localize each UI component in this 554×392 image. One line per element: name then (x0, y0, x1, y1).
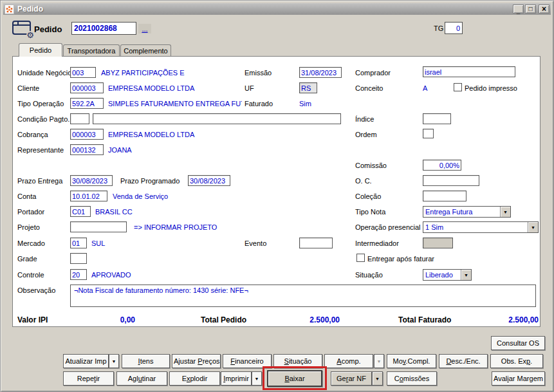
tab-transportadora[interactable]: Transportadora (63, 44, 120, 57)
imprimir-button[interactable]: Imprimir (221, 371, 252, 386)
situacao-dropdown-icon[interactable]: ▼ (461, 270, 471, 280)
representante-label: Representante (17, 145, 64, 155)
controle-desc: APROVADO (91, 270, 131, 280)
unidade-negocio-desc: ABYZ PARTICIPAÇÕES E (101, 68, 185, 78)
tipo-operacao-desc: SIMPLES FATURAMENTO ENTREGA FUTUR (108, 99, 242, 109)
ordem-input[interactable] (423, 129, 434, 138)
cobranca-label: Cobrança (17, 130, 48, 140)
ajustar-precos-button[interactable]: Ajustar Preços (172, 354, 221, 368)
acomp-button[interactable]: Acomp. (324, 354, 373, 368)
situacao-value: Liberado (423, 270, 461, 280)
close-button[interactable]: × (539, 5, 549, 14)
pedido-window: Pedido _ □ × ⚙ Pedido ... TG Pedido Tran… (0, 0, 554, 392)
comissao-input[interactable] (423, 160, 461, 171)
imprimir-dropdown-icon[interactable]: ▼ (252, 371, 262, 386)
minimize-button[interactable]: _ (513, 5, 524, 14)
tab-pedido[interactable]: Pedido (19, 43, 62, 57)
conceito-value: A (423, 84, 427, 93)
unidade-negocio-input[interactable] (70, 67, 96, 78)
order-form-icon-tick (17, 22, 19, 25)
consultar-os-button[interactable]: Consultar OS (491, 336, 545, 350)
ordem-label: Ordem (355, 130, 377, 140)
desc-enc-button[interactable]: Desc./Enc. (439, 354, 488, 368)
tipo-nota-label: Tipo Nota (355, 207, 385, 217)
operacao-presencial-dropdown-icon[interactable]: ▼ (528, 222, 538, 232)
tg-label: TG (434, 24, 443, 32)
portador-input[interactable] (70, 206, 91, 217)
tipo-operacao-label: Tipo Operação (17, 99, 64, 109)
minimize-icon: _ (517, 10, 521, 12)
emissao-input[interactable] (299, 67, 342, 78)
representante-desc: JOANA (108, 145, 132, 155)
itens-button[interactable]: Itens (122, 354, 170, 368)
conta-desc: Venda de Serviço (113, 192, 168, 201)
colecao-label: Coleção (355, 192, 381, 201)
indice-input[interactable] (423, 113, 451, 124)
more-button[interactable]: ... (138, 24, 151, 33)
projeto-input[interactable] (70, 221, 127, 232)
maximize-icon: □ (528, 6, 532, 12)
repetir-button[interactable]: Repetir (63, 371, 114, 386)
mercado-input[interactable] (70, 238, 87, 248)
projeto-desc: => INFORMAR PROJETO (134, 223, 217, 232)
tipo-nota-dropdown-icon[interactable]: ▼ (500, 207, 510, 217)
titlebar[interactable]: Pedido _ □ × (3, 3, 551, 15)
pedido-impresso-label: Pedido impresso (465, 84, 517, 93)
window-controls: _ □ × (513, 5, 549, 14)
maximize-button[interactable]: □ (525, 5, 536, 14)
situacao-label: Situação (355, 270, 383, 280)
condicao-pagto-desc-input[interactable] (93, 113, 341, 124)
evento-input[interactable] (299, 238, 333, 248)
mov-compl-button[interactable]: Mov.Compl. (387, 354, 436, 368)
grade-input[interactable] (70, 253, 87, 264)
operacao-presencial-label: Operação presencial (355, 223, 421, 232)
tab-complemento[interactable]: Complemento (120, 44, 171, 57)
faturado-value: Sim (299, 99, 311, 109)
observacao-textarea[interactable]: ¬Nota Fiscal de faturamento número: 1430… (70, 285, 536, 307)
condicao-pagto-label: Condição Pagto. (17, 115, 69, 124)
grade-label: Grade (17, 254, 37, 264)
tipo-nota-select[interactable]: Entrega Futura ▼ (423, 206, 511, 218)
financeiro-button[interactable]: Financeiro (223, 354, 272, 368)
comissoes-button[interactable]: Comissões (387, 371, 437, 386)
baixar-button[interactable]: Baixar (267, 370, 322, 387)
representante-input[interactable] (70, 144, 104, 155)
cliente-label: Cliente (17, 84, 39, 93)
gerar-nf-dropdown-icon[interactable]: ▼ (372, 371, 383, 386)
explodir-button[interactable]: Explodir (169, 371, 220, 386)
order-form-icon: ⚙ (12, 21, 31, 35)
obs-exp-button[interactable]: Obs. Exp. (490, 354, 543, 368)
cobranca-input[interactable] (70, 129, 104, 140)
mercado-desc: SUL (91, 239, 105, 248)
avaliar-margem-button[interactable]: Avaliar Margem (492, 371, 545, 386)
comprador-label: Comprador (355, 68, 391, 78)
atualizar-imp-button[interactable]: Atualizar Imp (63, 354, 109, 368)
prazo-entrega-input[interactable] (70, 175, 113, 186)
uf-input[interactable] (299, 82, 317, 93)
prazo-programado-input[interactable] (188, 175, 230, 186)
atualizar-imp-dropdown-icon[interactable]: ▼ (109, 354, 119, 368)
entregar-apos-faturar-checkbox[interactable] (356, 254, 365, 262)
conta-input[interactable] (70, 191, 107, 201)
indice-label: Índice (355, 115, 374, 124)
cliente-input[interactable] (70, 82, 104, 93)
colecao-input[interactable] (423, 191, 466, 201)
cobranca-desc: EMPRESA MODELO LTDA (108, 130, 194, 140)
situacao-button[interactable]: Situação (273, 354, 322, 368)
pedido-impresso-checkbox[interactable] (454, 83, 462, 91)
comissao-label: Comissão (355, 161, 387, 171)
unidade-negocio-label: Unidade Negócio (17, 68, 71, 78)
oc-input[interactable] (423, 175, 479, 186)
controle-label: Controle (17, 270, 44, 280)
comprador-input[interactable] (423, 66, 515, 77)
condicao-pagto-code-input[interactable] (70, 113, 89, 124)
controle-input[interactable] (70, 269, 87, 280)
tg-input[interactable] (445, 22, 463, 34)
mercado-label: Mercado (17, 239, 45, 248)
situacao-select[interactable]: Liberado ▼ (423, 269, 472, 281)
gerar-nf-button[interactable]: Gerar NF (331, 371, 372, 386)
order-number-input[interactable] (71, 22, 136, 35)
tipo-operacao-input[interactable] (70, 98, 104, 109)
operacao-presencial-select[interactable]: 1 Sim ▼ (423, 221, 539, 233)
aglutinar-button[interactable]: Aglutinar (116, 371, 167, 386)
